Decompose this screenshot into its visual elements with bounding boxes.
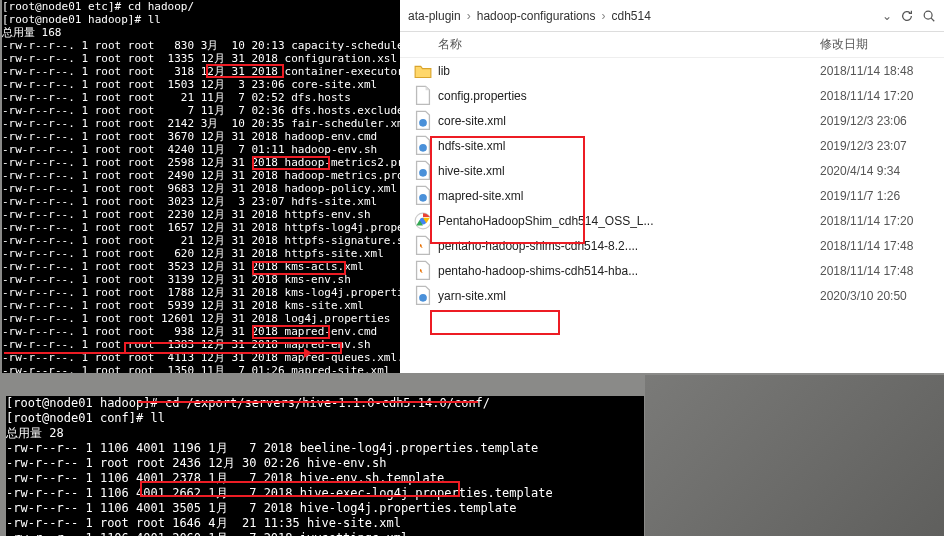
terminal-hive-conf[interactable]: [root@node01 hadoop]# cd /export/servers…	[6, 396, 644, 536]
terminal-hadoop-etc[interactable]: [root@node01 etc]# cd hadoop/ [root@node…	[2, 0, 400, 373]
chevron-right-icon: ›	[601, 9, 605, 23]
file-date: 2020/3/10 20:50	[820, 289, 907, 303]
annotation-arrow	[4, 352, 304, 354]
column-headers: 名称 修改日期	[400, 32, 944, 58]
svg-point-0	[924, 11, 932, 19]
file-name: PentahoHadoopShim_cdh514_OSS_L...	[438, 214, 820, 228]
file-row[interactable]: mapred-site.xml2019/11/7 1:26	[400, 183, 944, 208]
file-name: pentaho-hadoop-shims-cdh514-hba...	[438, 264, 820, 278]
file-explorer: ata-plugin › hadoop-configurations › cdh…	[400, 0, 944, 373]
file-row[interactable]: PentahoHadoopShim_cdh514_OSS_L...2018/11…	[400, 208, 944, 233]
file-date: 2018/11/14 17:20	[820, 214, 913, 228]
file-name: mapred-site.xml	[438, 189, 820, 203]
file-date: 2020/4/14 9:34	[820, 164, 900, 178]
xml-icon	[414, 187, 432, 205]
file-date: 2019/12/3 23:06	[820, 114, 907, 128]
chevron-down-icon[interactable]: ⌄	[882, 9, 892, 23]
file-date: 2018/11/14 17:48	[820, 239, 913, 253]
xml-icon	[414, 162, 432, 180]
jar-icon	[414, 237, 432, 255]
svg-point-8	[419, 294, 427, 302]
file-date: 2018/11/14 17:20	[820, 89, 913, 103]
file-row[interactable]: yarn-site.xml2020/3/10 20:50	[400, 283, 944, 308]
breadcrumb: ata-plugin › hadoop-configurations › cdh…	[400, 0, 944, 32]
file-row[interactable]: lib2018/11/14 18:48	[400, 58, 944, 83]
file-row[interactable]: pentaho-hadoop-shims-cdh514-8.2....2018/…	[400, 233, 944, 258]
file-name: pentaho-hadoop-shims-cdh514-8.2....	[438, 239, 820, 253]
search-icon[interactable]	[922, 9, 936, 23]
file-row[interactable]: hdfs-site.xml2019/12/3 23:07	[400, 133, 944, 158]
file-name: yarn-site.xml	[438, 289, 820, 303]
chrome-icon	[414, 212, 432, 230]
file-date: 2018/11/14 17:48	[820, 264, 913, 278]
file-date: 2019/12/3 23:07	[820, 139, 907, 153]
background-texture	[645, 375, 944, 536]
breadcrumb-item[interactable]: ata-plugin	[408, 9, 461, 23]
file-row[interactable]: config.properties2018/11/14 17:20	[400, 83, 944, 108]
xml-icon	[414, 137, 432, 155]
file-name: lib	[438, 64, 820, 78]
xml-icon	[414, 112, 432, 130]
folder-icon	[414, 62, 432, 80]
svg-line-1	[931, 18, 934, 21]
breadcrumb-item[interactable]: cdh514	[611, 9, 650, 23]
file-name: hive-site.xml	[438, 164, 820, 178]
refresh-icon[interactable]	[900, 9, 914, 23]
file-name: config.properties	[438, 89, 820, 103]
chevron-right-icon: ›	[467, 9, 471, 23]
file-row[interactable]: core-site.xml2019/12/3 23:06	[400, 108, 944, 133]
breadcrumb-item[interactable]: hadoop-configurations	[477, 9, 596, 23]
file-name: core-site.xml	[438, 114, 820, 128]
doc-icon	[414, 87, 432, 105]
file-row[interactable]: hive-site.xml2020/4/14 9:34	[400, 158, 944, 183]
file-list: lib2018/11/14 18:48config.properties2018…	[400, 58, 944, 308]
svg-point-3	[419, 144, 427, 152]
svg-point-5	[419, 194, 427, 202]
xml-icon	[414, 287, 432, 305]
svg-point-2	[419, 119, 427, 127]
file-date: 2019/11/7 1:26	[820, 189, 900, 203]
header-name[interactable]: 名称	[400, 36, 820, 53]
svg-point-4	[419, 169, 427, 177]
annotation-underline	[138, 401, 478, 403]
file-row[interactable]: pentaho-hadoop-shims-cdh514-hba...2018/1…	[400, 258, 944, 283]
file-name: hdfs-site.xml	[438, 139, 820, 153]
file-date: 2018/11/14 18:48	[820, 64, 913, 78]
header-date[interactable]: 修改日期	[820, 36, 944, 53]
jar-icon	[414, 262, 432, 280]
